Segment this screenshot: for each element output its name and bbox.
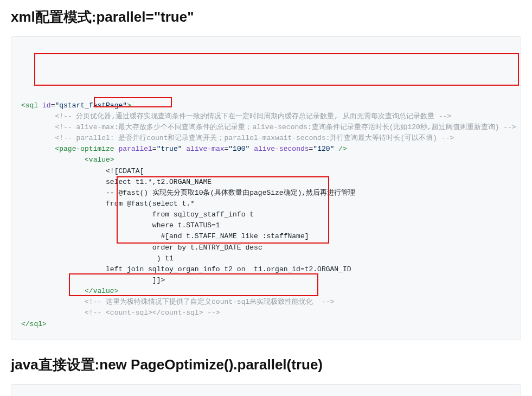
code-token: left join sqltoy_organ_info t2 on t1.org… — [106, 265, 351, 273]
code-token: order by t.ENTRY_DATE desc — [106, 244, 262, 252]
code-token: <sql — [21, 101, 38, 110]
code-token: from sqltoy_staff_info t — [106, 210, 254, 219]
code-token: #[and t.STAFF_NAME like :staffName] — [106, 232, 309, 240]
java-code-block: PaginationModel<StaffInfoVO> result = sq… — [11, 384, 521, 396]
code-token: parallel — [114, 145, 152, 153]
code-token: where t.STATUS=1 — [106, 221, 220, 229]
code-token: "120" — [313, 145, 334, 153]
code-token: alive-seconds — [249, 145, 309, 153]
highlight-box-comments — [34, 53, 519, 86]
code-token: select t1.*,t2.ORGAN_NAME — [106, 178, 211, 186]
heading-java-config: java直接设置:new PageOptimize().parallel(tru… — [11, 355, 521, 374]
code-token: </value> — [85, 287, 118, 295]
code-token: <!-- 分页优化器,通过缓存实现查询条件一致的情况下在一定时间周期内缓存总记录… — [55, 112, 451, 120]
code-token: <page-optimize — [55, 145, 114, 153]
code-token: <!-- <count-sql></count-sql> --> — [85, 309, 220, 317]
code-token: -- @fast() 实现先分页取10条(具体数量由pageSize确定),然后… — [106, 189, 355, 197]
code-token: </sql> — [21, 320, 47, 328]
code-token: "true" — [157, 145, 182, 153]
code-token: <![CDATA[ — [106, 167, 144, 175]
code-token: from @fast(select t.* — [106, 200, 195, 208]
code-token: > — [127, 101, 131, 110]
heading-xml-config: xml配置模式:parallel="true" — [11, 8, 521, 27]
code-token: "qstart_fastPage" — [55, 101, 127, 110]
code-token: <!-- 这里为极特殊情况下提供了自定义count-sql来实现极致性能优化 -… — [85, 298, 334, 306]
xml-code-block: <sql id="qstart_fastPage"> <!-- 分页优化器,通过… — [11, 36, 521, 340]
code-token: alive-max — [182, 145, 224, 153]
code-token: = — [152, 145, 157, 153]
code-token: <value> — [85, 156, 114, 164]
code-token: <!-- parallel: 是否并行count和记录查询开关；parallel… — [55, 134, 454, 142]
code-token: <!-- alive-max:最大存放多少个不同查询条件的总记录量；alive-… — [55, 123, 516, 131]
code-token: "100" — [228, 145, 249, 153]
code-token: /> — [334, 145, 347, 153]
code-token: ]]> — [106, 276, 165, 284]
code-token: ) t1 — [106, 254, 174, 263]
code-token: id — [38, 101, 50, 110]
